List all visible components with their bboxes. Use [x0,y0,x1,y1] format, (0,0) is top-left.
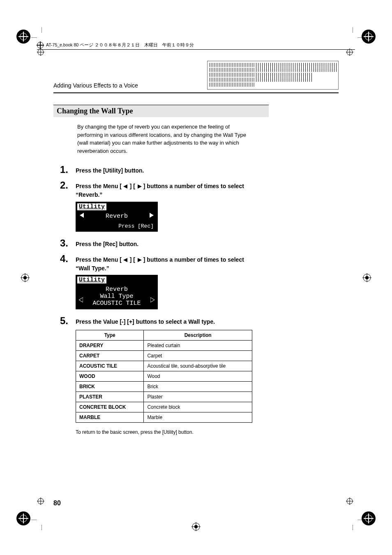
triangle-left-icon [123,182,128,191]
header-rule [37,49,355,50]
lcd-line: ACOUSTIC TILE [80,300,154,307]
lcd-title: Utility [77,276,106,283]
page-number: 80 [53,500,61,507]
registration-mark-icon [362,30,376,44]
triangle-left-icon [80,213,84,220]
svg-marker-30 [79,297,83,302]
step-number: 1. [53,164,68,175]
table-row: DRAPERYPleated curtain [76,341,252,351]
return-note: To return to the basic screen, press the… [76,429,269,435]
triangle-right-icon [150,213,154,220]
registration-mark-icon [362,511,376,525]
lcd-screenshot-reverb: Utility Reverb Press [Rec] [76,202,158,232]
step-text: Press the Menu [ ] [ ] buttons a number … [76,180,248,199]
running-head: Adding Various Effects to a Voice [53,82,138,89]
doc-header-text: AT-75_e.book 80 ページ ２００８年８月２１日 木曜日 午前１０時… [46,42,194,48]
lcd-hint: Press [Rec] [76,223,158,229]
step-5: 5. Press the Value [-] [+] buttons to se… [53,315,269,327]
wall-type-table: Type Description DRAPERYPleated curtain … [76,330,252,423]
step-3: 3. Press the [Rec] button. [53,237,269,249]
svg-marker-29 [138,258,142,262]
triangle-left-icon [79,297,83,304]
table-row: MARBLEMarble [76,412,252,423]
table-row: ACOUSTIC TILEAcoustical tile, sound-abso… [76,361,252,371]
lcd-screenshot-walltype: Utility Reverb Wall Type ACOUSTIC TILE [76,275,158,309]
table-row: BRICKBrick [76,382,252,392]
step-4: 4. Press the Menu [ ] [ ] buttons a numb… [53,253,269,273]
table-header-description: Description [144,330,252,341]
instrument-panel-illustration [207,61,339,90]
step-number: 5. [53,315,68,327]
step-number: 2. [53,180,68,191]
svg-marker-28 [123,258,127,262]
head-rule [53,92,339,93]
step-text: Press the Menu [ ] [ ] buttons a number … [76,253,248,273]
table-row: PLASTERPlaster [76,392,252,402]
registration-mark-icon [16,511,30,525]
table-row: WOODWood [76,371,252,382]
svg-marker-25 [138,184,142,189]
step-number: 3. [53,237,68,249]
step-text: Press the [Rec] button. [76,237,138,248]
step-1: 1. Press the [Utility] button. [53,164,269,175]
registration-mark-icon [37,42,44,48]
triangle-right-icon [137,256,142,264]
registration-mark-icon [191,522,201,531]
registration-mark-icon [362,273,371,282]
registration-mark-icon [16,30,30,44]
svg-marker-24 [123,184,127,189]
lcd-title: Utility [77,203,106,210]
section-intro: By changing the type of reverb you can e… [77,123,250,155]
svg-marker-27 [150,213,154,218]
table-header-type: Type [76,330,144,341]
section-title: Changing the Wall Type [53,105,269,117]
triangle-left-icon [123,256,128,264]
step-number: 4. [53,253,68,265]
svg-marker-31 [150,297,154,302]
table-row: CARPETCarpet [76,351,252,361]
svg-marker-26 [80,213,84,218]
registration-mark-icon [21,273,30,282]
table-row: CONCRETE BLOCKConcrete block [76,402,252,412]
step-text: Press the [Utility] button. [76,164,144,175]
lcd-line: Reverb [80,286,154,293]
doc-header: AT-75_e.book 80 ページ ２００８年８月２１日 木曜日 午前１０時… [37,42,355,48]
lcd-line: Wall Type [80,293,154,300]
triangle-right-icon [150,297,154,304]
triangle-right-icon [137,182,142,191]
step-text: Press the Value [-] [+] buttons to selec… [76,315,215,326]
step-2: 2. Press the Menu [ ] [ ] buttons a numb… [53,180,269,199]
lcd-value: Reverb [106,213,128,220]
